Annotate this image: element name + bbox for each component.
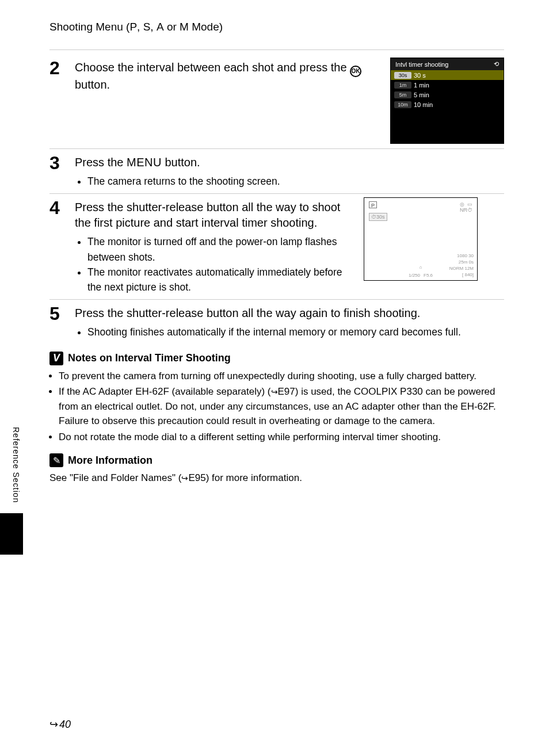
step-4-screenshot: P ⏱30s ◎ ▭ NR⏱ 1080 30 25m 0s NORM 12M [… <box>364 197 478 295</box>
mode-s: S <box>143 21 151 33</box>
lcd-row-1m: 1m 1 min <box>391 80 504 90</box>
battery-icon: ▭ <box>467 201 472 207</box>
notes-interval-timer: V Notes on Interval Timer Shooting To pr… <box>49 352 504 445</box>
step-4-number: 4 <box>49 197 75 295</box>
step-2-screenshot: Intvl timer shooting ⟲ 30s 30 s 1m 1 min… <box>390 58 504 144</box>
lcd-row-5m: 5m 5 min <box>391 90 504 100</box>
side-tab-marker <box>0 513 23 555</box>
step-3-bullet-1: The camera returns to the shooting scree… <box>87 174 504 189</box>
notes-title-1: Notes on Interval Timer Shooting <box>68 352 231 364</box>
interval-indicator: ⏱30s <box>369 213 387 221</box>
step-3-number: 3 <box>49 152 75 189</box>
back-icon: ⟲ <box>494 60 499 68</box>
note1-bullet-3: Do not rotate the mode dial to a differe… <box>59 430 504 445</box>
header-prefix: Shooting Menu ( <box>49 21 129 33</box>
step-3: 3 Press the MENU button. The camera retu… <box>49 152 504 194</box>
step-4-body: Press the shutter-release button all the… <box>75 197 357 295</box>
mode-p: P <box>129 21 137 33</box>
card-icon: ⌂ <box>420 265 422 270</box>
side-section-label: Reference Section <box>12 427 21 503</box>
notes-title-2: More Information <box>68 455 152 467</box>
reference-icon: ↪ <box>271 387 278 396</box>
rec-icon: ◎ <box>460 201 464 207</box>
reference-icon: ↪ <box>181 474 188 483</box>
step-5-body: Press the shutter-release button all the… <box>75 303 504 339</box>
step-2-text: Choose the interval between each shot an… <box>75 60 383 93</box>
step-2: 2 Choose the interval between each shot … <box>49 58 504 149</box>
more-info-text: See "File and Folder Names" (↪E95) for m… <box>49 471 504 486</box>
main-content: 2 Choose the interval between each shot … <box>49 58 504 486</box>
mode-indicator: P <box>369 201 377 208</box>
lcd-row-30s: 30s 30 s <box>391 70 504 80</box>
step-4-bullet-2: The monitor reactivates automatically im… <box>87 265 357 295</box>
page-number: ↪40 <box>49 718 71 731</box>
note1-bullet-1: To prevent the camera from turning off u… <box>59 369 504 384</box>
exposure-row: ⌂ <box>364 265 477 270</box>
step-3-body: Press the MENU button. The camera return… <box>75 152 504 189</box>
step-4-text: Press the shutter-release button all the… <box>75 200 357 231</box>
note1-bullet-2: If the AC Adapter EH-62F (available sepa… <box>59 384 504 429</box>
step-3-text: Press the MENU button. <box>75 155 504 170</box>
mode-m: M <box>180 21 189 33</box>
mode-a: A <box>157 21 164 33</box>
more-information: ✎ More Information See "File and Folder … <box>49 453 504 486</box>
caution-icon: V <box>49 352 63 365</box>
step-2-body: Choose the interval between each shot an… <box>75 58 383 144</box>
lcd-row-10m: 10m 10 min <box>391 100 504 109</box>
page-header: Shooting Menu (P, S, A or M Mode) <box>49 21 223 33</box>
step-5-bullet-1: Shooting finishes automatically if the i… <box>87 324 504 339</box>
step-4: 4 Press the shutter-release button all t… <box>49 197 504 300</box>
reference-page-icon: ↪ <box>49 718 58 731</box>
ok-button-icon: OK <box>350 66 361 77</box>
info-icon: ✎ <box>49 453 63 467</box>
lcd-menu-title: Intvl timer shooting ⟲ <box>391 58 504 70</box>
header-suffix: Mode) <box>189 21 223 33</box>
step-5: 5 Press the shutter-release button all t… <box>49 303 504 344</box>
top-right-icons: ◎ ▭ NR⏱ <box>460 201 472 213</box>
nr-indicator: NR⏱ <box>460 207 472 213</box>
step-5-text: Press the shutter-release button all the… <box>75 306 504 321</box>
header-divider <box>49 49 504 50</box>
lcd-interval-menu: Intvl timer shooting ⟲ 30s 30 s 1m 1 min… <box>390 58 504 144</box>
step-5-number: 5 <box>49 303 75 339</box>
step-2-number: 2 <box>49 58 75 144</box>
lcd-shooting-screen: P ⏱30s ◎ ▭ NR⏱ 1080 30 25m 0s NORM 12M [… <box>364 197 478 281</box>
bottom-exposure: 1/250 F5.6 <box>364 273 477 278</box>
step-4-bullet-1: The monitor is turned off and the power-… <box>87 234 357 265</box>
menu-button-label: MENU <box>127 156 162 169</box>
